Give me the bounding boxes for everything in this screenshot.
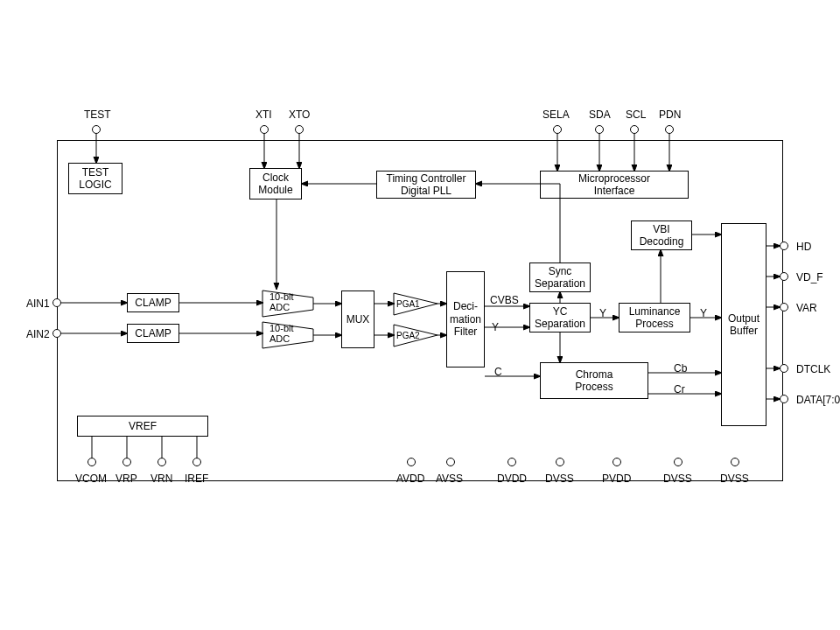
- pin-scl: [630, 125, 639, 134]
- pin-hd: [780, 242, 788, 250]
- pin-xti: [260, 125, 269, 134]
- pin-label-dvdd: DVDD: [497, 472, 527, 485]
- block-test-logic: TEST LOGIC: [68, 163, 122, 194]
- pin-var: [780, 303, 788, 312]
- pin-label-sda: SDA: [589, 108, 611, 121]
- pin-label-dvss3: DVSS: [720, 472, 749, 485]
- pin-iref: [192, 458, 201, 466]
- pin-sela: [553, 125, 562, 134]
- pin-label-avdd: AVDD: [396, 472, 424, 485]
- pin-label-pdn: PDN: [659, 108, 681, 121]
- block-clamp1: CLAMP: [127, 293, 179, 312]
- pin-label-vdf: VD_F: [796, 271, 823, 284]
- pin-label-dvss2: DVSS: [663, 472, 692, 485]
- pin-label-iref: IREF: [185, 472, 208, 485]
- block-clock-module: Clock Module: [249, 168, 302, 200]
- label-y2: Y: [700, 307, 707, 319]
- label-cvbs: CVBS: [490, 294, 519, 306]
- pin-label-xto: XTO: [289, 108, 310, 121]
- pin-label-scl: SCL: [626, 108, 646, 121]
- pin-label-dvss1: DVSS: [545, 472, 574, 485]
- block-clamp2: CLAMP: [127, 324, 179, 343]
- pin-pdn: [665, 125, 674, 134]
- block-timing-pll: Timing Controller Digital PLL: [376, 171, 476, 199]
- pin-label-ain1: AIN1: [26, 298, 50, 310]
- pin-dvdd: [508, 458, 516, 466]
- label-cr: Cr: [674, 383, 685, 396]
- label-y1: Y: [599, 307, 606, 319]
- pin-label-vcom: VCOM: [75, 472, 107, 485]
- block-outbuf: Output Buffer: [721, 223, 766, 426]
- pin-label-hd: HD: [796, 241, 811, 253]
- pin-label-vrn: VRN: [150, 472, 172, 485]
- pin-sda: [595, 125, 604, 134]
- pin-vdf: [780, 272, 788, 281]
- pin-label-ain2: AIN2: [26, 328, 50, 340]
- pin-label-avss: AVSS: [436, 472, 463, 485]
- pin-label-sela: SELA: [542, 108, 570, 121]
- pin-label-vrp: VRP: [116, 472, 137, 485]
- pin-data: [780, 395, 788, 403]
- block-lum: Luminance Process: [619, 303, 690, 332]
- label-y-mid: Y: [492, 321, 499, 333]
- pin-xto: [295, 125, 304, 134]
- pin-vrn: [158, 458, 166, 466]
- pin-pvdd: [612, 458, 621, 466]
- block-mux: MUX: [341, 290, 374, 348]
- pin-avss: [446, 458, 455, 466]
- pin-label-data: DATA[7:0]: [796, 394, 840, 406]
- pin-ain1: [52, 298, 61, 307]
- pin-dtclk: [780, 364, 788, 373]
- pin-test: [92, 125, 101, 134]
- block-vref: VREF: [77, 416, 208, 437]
- block-vbi: VBI Decoding: [631, 220, 692, 250]
- pin-label-test: TEST: [84, 108, 111, 121]
- pin-label-xti: XTI: [256, 108, 272, 121]
- label-c: C: [494, 366, 502, 378]
- pin-vcom: [88, 458, 96, 466]
- pin-dvss1: [556, 458, 564, 466]
- pin-dvss3: [731, 458, 739, 466]
- label-cb: Cb: [674, 362, 687, 374]
- block-micro-if: Microprocessor Interface: [540, 171, 689, 199]
- pin-ain2: [52, 329, 61, 338]
- block-chroma: Chroma Process: [540, 362, 648, 399]
- block-yc-sep: YC Separation: [529, 303, 591, 332]
- pin-label-dtclk: DTCLK: [796, 363, 830, 375]
- pin-label-var: VAR: [796, 302, 817, 314]
- pin-dvss2: [674, 458, 682, 466]
- diagram-canvas: TEST XTI XTO SELA SDA SCL PDN AIN1 AIN2 …: [0, 0, 840, 630]
- pin-avdd: [407, 458, 416, 466]
- pin-label-pvdd: PVDD: [602, 472, 631, 485]
- block-sync-sep: Sync Separation: [529, 262, 591, 292]
- block-deci: Deci- mation Filter: [446, 271, 485, 368]
- pin-vrp: [122, 458, 131, 466]
